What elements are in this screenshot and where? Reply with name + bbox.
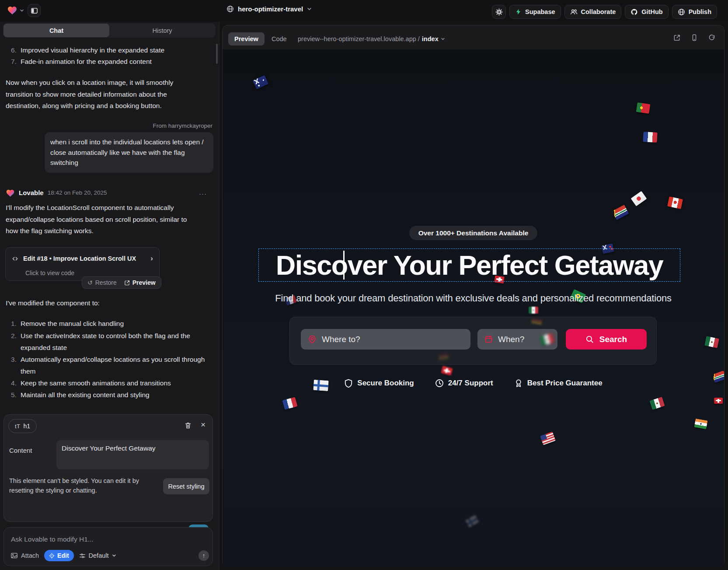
attach-button[interactable]: Attach [10, 552, 39, 559]
reset-styling-button[interactable]: Reset styling [163, 478, 209, 494]
chat-sidebar: Chat History 6.Improved visual hierarchy… [0, 22, 219, 570]
text-caret [343, 251, 345, 280]
supabase-icon [515, 8, 522, 15]
panel-icon [31, 7, 38, 14]
message-author-label: From harrymckayroper [153, 120, 212, 132]
chat-composer[interactable]: Ask Lovable to modify H1... Attach Edit [3, 527, 213, 566]
trust-item-secure: Secure Booking [344, 379, 414, 388]
supabase-label: Supabase [525, 8, 555, 15]
project-switcher[interactable]: hero-optimizer-travel [226, 5, 312, 13]
publish-button[interactable]: Publish [672, 5, 717, 19]
url-page-name: index [422, 35, 439, 42]
element-editor-panel: tT h1 × Content Discover Your Perfect Ge… [3, 414, 213, 522]
list-item: 1.Remove the manual click handling [11, 318, 219, 330]
delete-element-button[interactable] [185, 422, 192, 429]
github-button[interactable]: GitHub [625, 5, 668, 19]
lovable-avatar-icon [6, 189, 15, 198]
assistant-name: Lovable [19, 187, 44, 199]
crosshair-icon [49, 553, 55, 559]
more-options-icon[interactable]: ··· [199, 188, 207, 200]
url-chevron-down-icon [441, 37, 445, 41]
assistant-paragraph: Now when you click on a location image, … [6, 77, 196, 112]
edit-mode-toggle[interactable]: Edit [44, 550, 73, 561]
tab-chat[interactable]: Chat [3, 24, 109, 37]
list-item: 6.Improved visual hierarchy in the expan… [11, 45, 164, 56]
refresh-icon[interactable] [708, 34, 715, 41]
collaborate-label: Collaborate [581, 8, 616, 15]
model-mode-select[interactable]: Default [79, 552, 116, 559]
preview-url[interactable]: preview--hero-optimizer-travel.lovable.a… [298, 32, 445, 45]
search-panel: Where to? When? Search [289, 317, 657, 365]
search-button[interactable]: Search [566, 329, 647, 350]
version-actions: ↺ Restore Preview [82, 276, 161, 289]
list-item: 5.Maintain all the existing content and … [11, 389, 219, 401]
globe-icon [226, 5, 234, 13]
lovable-logo-icon[interactable] [7, 5, 17, 16]
edit-card-title: Edit #18 • Improve Location Scroll UX [23, 253, 136, 265]
chevron-right-icon: › [150, 253, 153, 265]
collaborate-button[interactable]: Collaborate [564, 5, 622, 19]
app-window: hero-optimizer-travel Supabase [0, 0, 728, 570]
sidebar-toggle-button[interactable] [28, 4, 41, 17]
search-icon [585, 335, 594, 343]
logo-chevron-down-icon[interactable] [20, 8, 24, 13]
list-item: 7.Fade-in animation for the expanded con… [11, 56, 152, 68]
shield-icon [344, 379, 353, 388]
app-header: hero-optimizer-travel Supabase [0, 0, 728, 22]
h1-selection-outline[interactable]: Discover Your Perfect Getaway [258, 248, 680, 282]
chevron-down-icon [112, 553, 116, 558]
text-type-icon: tT [15, 423, 21, 430]
project-name: hero-optimizer-travel [238, 5, 303, 13]
gear-icon [495, 8, 503, 16]
styling-note: This element can't be styled. You can ed… [9, 476, 158, 495]
tab-history[interactable]: History [109, 24, 215, 37]
sidebar-tabs: Chat History [3, 23, 216, 38]
preview-toolbar: Preview Code preview--hero-optimizer-tra… [223, 25, 724, 49]
supabase-button[interactable]: Supabase [509, 5, 561, 19]
open-in-new-tab-icon[interactable] [673, 34, 680, 41]
trust-item-support: 24/7 Support [435, 379, 493, 388]
element-type-chip[interactable]: tT h1 [8, 419, 37, 433]
content-field-label: Content [9, 447, 32, 454]
mobile-view-icon[interactable] [691, 34, 698, 41]
code-icon [12, 256, 18, 262]
assistant-paragraph: I've modified the component to: [6, 297, 100, 309]
clock-icon [435, 379, 444, 388]
restore-button[interactable]: ↺ Restore [87, 277, 117, 289]
user-message-bubble: when i scroll into the individual locati… [45, 132, 213, 173]
project-chevron-down-icon [307, 7, 312, 11]
composer-placeholder[interactable]: Ask Lovable to modify H1... [11, 535, 94, 543]
people-icon [570, 8, 578, 16]
preview-pane: Preview Code preview--hero-optimizer-tra… [222, 25, 725, 567]
settings-button[interactable] [492, 5, 506, 19]
github-label: GitHub [641, 8, 662, 15]
trust-item-price: Best Price Guarantee [514, 379, 603, 388]
list-item: 2.Use the activeIndex state to control b… [11, 330, 219, 353]
external-link-icon [124, 280, 130, 286]
list-item: 4.Keep the same smooth animations and tr… [11, 378, 219, 389]
sidebar-scrollbar[interactable] [216, 44, 218, 64]
preview-version-button[interactable]: Preview [124, 277, 156, 289]
award-icon [514, 379, 523, 388]
github-icon [630, 8, 638, 16]
list-item: 3.Automatically expand/collapse location… [11, 354, 219, 377]
content-textarea[interactable]: Discover Your Perfect Getaway [56, 440, 209, 469]
where-input[interactable]: Where to? [301, 329, 470, 350]
publish-label: Publish [689, 8, 711, 15]
element-tag: h1 [24, 423, 31, 430]
tab-code[interactable]: Code [268, 32, 290, 45]
message-timestamp: 18:42 on Feb 20, 2025 [48, 187, 107, 199]
site-subtitle: Find and book your dream destination wit… [223, 293, 724, 304]
edit-version-card[interactable]: Edit #18 • Improve Location Scroll UX › … [5, 247, 160, 281]
restore-icon: ↺ [87, 277, 93, 289]
calendar-icon [484, 335, 493, 343]
destinations-badge: Over 1000+ Destinations Available [223, 226, 724, 240]
site-headline[interactable]: Discover Your Perfect Getaway [276, 252, 663, 279]
send-button[interactable]: ↑ [199, 550, 209, 561]
tab-preview[interactable]: Preview [228, 32, 265, 45]
sliders-icon [79, 553, 86, 559]
when-input[interactable]: When? [477, 329, 557, 350]
close-icon[interactable]: × [201, 420, 206, 430]
trust-badges: Secure Booking 24/7 Support Best Price G… [223, 379, 724, 388]
assistant-paragraph: I'll modify the LocationScroll component… [6, 202, 195, 237]
